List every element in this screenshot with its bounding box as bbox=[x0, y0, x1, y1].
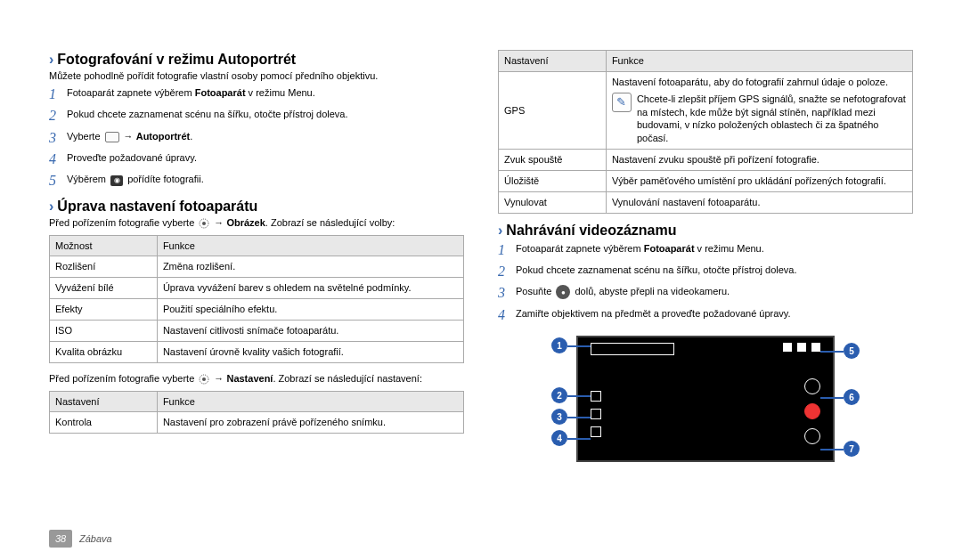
chevron-icon: › bbox=[49, 199, 53, 215]
callout-5: 5 bbox=[844, 343, 860, 359]
note-icon: ✎ bbox=[612, 93, 632, 112]
callout-7: 7 bbox=[844, 441, 860, 457]
callout-6: 6 bbox=[844, 389, 860, 405]
heading-uprava: › Úprava nastavení fotoaparátu bbox=[49, 199, 464, 215]
section-name: Zábava bbox=[79, 533, 112, 544]
callout-2: 2 bbox=[551, 387, 567, 403]
page-footer: 38 Zábava bbox=[49, 530, 112, 548]
video-switch-icon: ● bbox=[556, 285, 570, 299]
step-1: 1 Fotoaparát zapnete výběrem Fotoaparát … bbox=[498, 240, 913, 260]
step-2: 2 Pokud chcete zaznamenat scénu na šířku… bbox=[498, 262, 913, 281]
heading-text: Fotografování v režimu Autoportrét bbox=[57, 52, 296, 68]
gear-icon bbox=[199, 218, 209, 229]
sec1-steps: 1 Fotoaparát zapnete výběrem Fotoaparát … bbox=[49, 85, 464, 191]
step-3: 3 Vyberte → Autoportrét. bbox=[49, 128, 464, 148]
heading-video: › Nahrávání videozáznamu bbox=[498, 223, 913, 239]
options-table-2: NastaveníFunkce KontrolaNastavení pro zo… bbox=[49, 391, 464, 434]
callout-1: 1 bbox=[551, 337, 567, 353]
options-table-1: MožnostFunkce RozlišeníZměna rozlišení. … bbox=[49, 235, 464, 363]
callout-3: 3 bbox=[551, 409, 567, 425]
right-controls bbox=[804, 378, 820, 444]
step-5: 5 Výběrem ◉ pořídíte fotografii. bbox=[49, 171, 464, 191]
callout-4: 4 bbox=[551, 430, 567, 446]
chevron-icon: › bbox=[498, 223, 502, 239]
heading-text: Nahrávání videozáznamu bbox=[506, 223, 676, 239]
left-column: › Fotografování v režimu Autoportrét Můž… bbox=[49, 45, 464, 462]
svg-point-1 bbox=[202, 222, 206, 225]
chevron-icon: › bbox=[49, 52, 53, 68]
gear-icon bbox=[199, 374, 209, 385]
options-table-3: NastaveníFunkce GPS Nastavení fotoaparát… bbox=[498, 50, 913, 214]
step-1: 1 Fotoaparát zapnete výběrem Fotoaparát … bbox=[49, 85, 464, 104]
step-4: 4 Proveďte požadované úpravy. bbox=[49, 150, 464, 169]
heading-text: Úprava nastavení fotoaparátu bbox=[57, 199, 257, 215]
sec3-steps: 1 Fotoaparát zapnete výběrem Fotoaparát … bbox=[498, 240, 913, 326]
option-box-icon bbox=[105, 132, 119, 142]
step-3: 3 Posuňte ● dolů, abyste přepli na video… bbox=[498, 283, 913, 303]
heading-autoportret: › Fotografování v režimu Autoportrét bbox=[49, 52, 464, 68]
video-preview bbox=[576, 336, 835, 462]
page-number: 38 bbox=[49, 530, 72, 548]
top-right-icons bbox=[783, 343, 820, 352]
sec2-desc: Před pořízením fotografie vyberte → Obrá… bbox=[49, 216, 464, 230]
sec2-desc2: Před pořízením fotografie vyberte → Nast… bbox=[49, 372, 464, 386]
video-preview-wrap: 1 2 3 4 5 6 7 bbox=[532, 336, 879, 462]
gps-note: ✎ Chcete-li zlepšit příjem GPS signálů, … bbox=[612, 93, 907, 145]
step-4: 4 Zamiřte objektivem na předmět a proveď… bbox=[498, 305, 913, 325]
right-column: NastaveníFunkce GPS Nastavení fotoaparát… bbox=[498, 45, 913, 462]
page-columns: › Fotografování v režimu Autoportrét Můž… bbox=[49, 45, 913, 462]
svg-point-3 bbox=[202, 377, 206, 381]
camera-icon: ◉ bbox=[110, 175, 123, 186]
sec1-desc: Můžete pohodlně pořídit fotografie vlast… bbox=[49, 69, 464, 83]
left-controls bbox=[591, 391, 601, 437]
status-indicators bbox=[591, 343, 674, 355]
step-2: 2 Pokud chcete zaznamenat scénu na šířku… bbox=[49, 106, 464, 126]
